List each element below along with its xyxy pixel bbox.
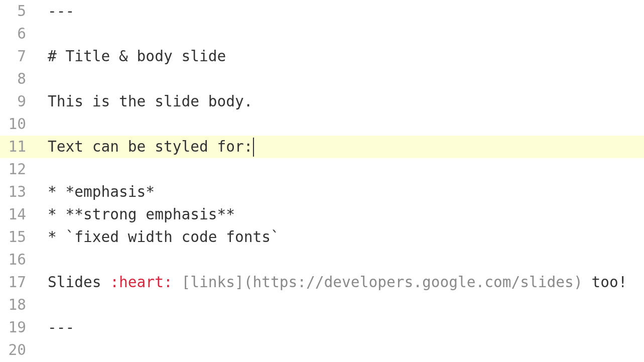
code-token: Slides [48, 274, 110, 291]
line-number: 6 [0, 23, 35, 45]
code-token: too! [583, 274, 627, 291]
line-content[interactable]: Text can be styled for: [35, 136, 644, 158]
editor-line[interactable]: 19--- [0, 316, 644, 339]
line-number: 8 [0, 68, 35, 90]
line-content[interactable]: # Title & body slide [35, 45, 644, 68]
line-content[interactable]: --- [35, 316, 644, 339]
code-token [173, 274, 182, 291]
code-token: :heart: [110, 274, 172, 291]
line-number: 16 [0, 249, 35, 271]
editor-line[interactable]: 8 [0, 68, 644, 90]
editor-line[interactable]: 15* `fixed width code fonts` [0, 226, 644, 249]
editor-line[interactable]: 18 [0, 294, 644, 316]
editor-line[interactable]: 14* **strong emphasis** [0, 203, 644, 226]
editor-line[interactable]: 10 [0, 113, 644, 136]
editor-line[interactable]: 7# Title & body slide [0, 45, 644, 68]
editor-line[interactable]: 6 [0, 23, 644, 45]
line-number: 15 [0, 226, 35, 249]
code-token: Text can be styled for: [48, 138, 253, 155]
editor-line[interactable]: 17Slides :heart: [links](https://develop… [0, 271, 644, 294]
line-number: 10 [0, 113, 35, 136]
editor-line[interactable]: 11Text can be styled for: [0, 136, 644, 158]
code-editor[interactable]: 5---67# Title & body slide89This is the … [0, 0, 644, 361]
line-content[interactable]: * **strong emphasis** [35, 203, 644, 226]
text-cursor [253, 138, 254, 157]
line-content[interactable]: --- [35, 0, 644, 23]
editor-line[interactable]: 20 [0, 339, 644, 361]
line-content[interactable]: * *emphasis* [35, 181, 644, 203]
line-number: 14 [0, 203, 35, 226]
line-number: 9 [0, 90, 35, 113]
editor-line[interactable]: 9This is the slide body. [0, 90, 644, 113]
editor-line[interactable]: 12 [0, 158, 644, 181]
code-token: --- [48, 3, 74, 20]
code-token: --- [48, 319, 74, 336]
line-content[interactable]: * `fixed width code fonts` [35, 226, 644, 249]
line-number: 17 [0, 271, 35, 294]
line-number: 18 [0, 294, 35, 316]
code-token: # Title & body slide [48, 48, 226, 65]
code-token: [links](https://developers.google.com/sl… [181, 274, 582, 291]
line-number: 11 [0, 136, 35, 158]
line-number: 7 [0, 45, 35, 68]
line-number: 19 [0, 316, 35, 339]
editor-line[interactable]: 16 [0, 249, 644, 271]
code-token: This is the slide body. [48, 93, 253, 110]
editor-line[interactable]: 5--- [0, 0, 644, 23]
code-token: * `fixed width code fonts` [48, 228, 280, 246]
line-number: 12 [0, 158, 35, 181]
line-number: 13 [0, 181, 35, 203]
code-token: * *emphasis* [48, 183, 155, 200]
line-content[interactable]: Slides :heart: [links](https://developer… [35, 271, 644, 294]
editor-line[interactable]: 13* *emphasis* [0, 181, 644, 203]
line-number: 20 [0, 339, 35, 361]
line-number: 5 [0, 0, 35, 23]
line-content[interactable]: This is the slide body. [35, 90, 644, 113]
code-token: * **strong emphasis** [48, 206, 235, 223]
